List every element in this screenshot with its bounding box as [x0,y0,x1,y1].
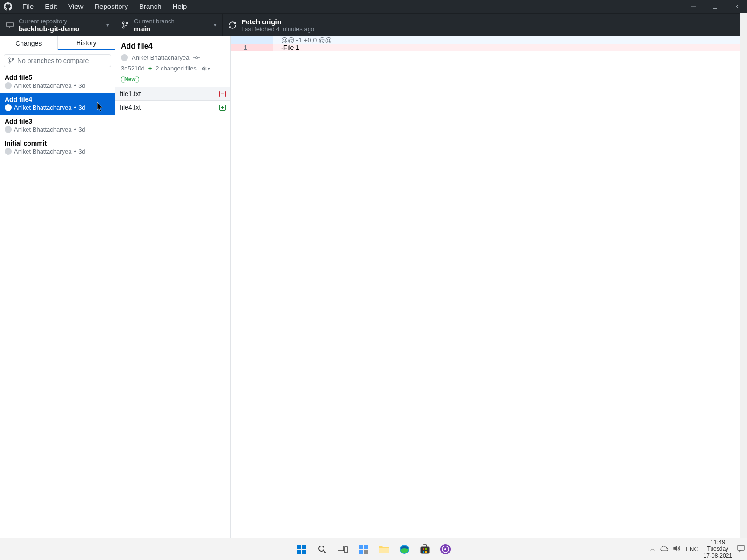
svg-rect-24 [359,545,363,549]
notifications-icon[interactable] [737,544,745,554]
commit-item-time: 3d [78,148,85,155]
commit-item-title: Add file3 [5,118,110,125]
store-icon[interactable] [418,542,432,556]
edge-browser-icon[interactable] [397,542,411,556]
commit-item-time: 3d [78,82,85,89]
file-added-icon: + [219,105,226,111]
commit-item-author: Aniket Bhattacharyea [14,126,72,133]
svg-rect-4 [7,22,13,27]
repo-label: Current repository [19,18,104,25]
gear-icon[interactable]: ▾ [200,65,210,72]
changed-files-count[interactable]: 2 changed files [155,65,196,72]
menu-file[interactable]: File [17,0,39,13]
fetch-status: Last fetched 4 minutes ago [241,26,314,33]
commit-item[interactable]: Add file4 Aniket Bhattacharyea•3d [0,93,115,115]
avatar [5,148,12,155]
branch-compare-input[interactable]: No branches to compare [4,54,111,67]
clock-time: 11:49 [704,539,732,546]
diff-line: 1-File 1 [231,44,747,51]
tray-chevron-icon[interactable]: ︿ [650,545,655,553]
commit-sha[interactable]: 3d5210d [121,65,145,72]
svg-point-37 [444,548,446,550]
commit-item[interactable]: Initial commit Aniket Bhattacharyea•3d [0,137,115,159]
svg-rect-16 [297,545,301,549]
tab-history[interactable]: History [58,36,115,50]
task-view-icon[interactable] [336,542,350,556]
svg-rect-22 [338,546,344,551]
clock-day: Tuesday [704,546,732,553]
svg-rect-28 [379,548,389,553]
widgets-icon[interactable] [356,542,370,556]
svg-rect-33 [423,551,424,553]
tab-changes[interactable]: Changes [0,36,58,50]
svg-rect-1 [713,5,717,8]
commit-author: Aniket Bhattacharyea [132,54,190,61]
clock-date: 17-08-2021 [704,553,732,560]
windows-taskbar: ︿ ENG 11:49 Tuesday 17-08-2021 [0,538,747,560]
desktop-icon [6,21,14,29]
svg-point-20 [319,546,324,551]
titlebar: File Edit View Repository Branch Help [0,0,747,13]
commit-title: Add file4 [121,42,225,50]
menu-edit[interactable]: Edit [39,0,63,13]
changed-file-row[interactable]: file1.txt − [115,87,230,101]
commit-detail-panel: Add file4 Aniket Bhattacharyea 3d5210d +… [115,36,231,538]
svg-rect-31 [423,548,424,550]
new-line-number [252,44,273,51]
minimize-button[interactable] [683,0,704,13]
svg-rect-34 [425,551,427,553]
system-tray: ︿ ENG 11:49 Tuesday 17-08-2021 [650,539,747,560]
scrollbar-track[interactable] [740,13,747,538]
svg-point-8 [122,27,124,28]
avatar [121,54,128,61]
fetch-origin-button[interactable]: Fetch origin Last fetched 4 minutes ago [223,14,333,36]
window-controls [683,0,747,13]
commit-item-time: 3d [78,126,85,133]
hunk-text: @@ -1 +0,0 @@ [273,36,747,44]
avatar [5,126,12,133]
app-menu: File Edit View Repository Branch Help [17,0,192,13]
commit-item-title: Add file5 [5,74,110,81]
svg-rect-26 [359,550,363,554]
commit-item-author: Aniket Bhattacharyea [14,82,72,89]
main-area: Changes History No branches to compare A… [0,36,747,538]
commit-item-title: Initial commit [5,140,110,147]
commit-sha-icon [193,56,200,60]
svg-point-10 [9,58,10,59]
changed-file-list: file1.txt −file4.txt + [115,87,230,538]
avatar [5,82,12,89]
language-indicator[interactable]: ENG [685,546,698,553]
sync-icon [228,21,237,29]
menu-branch[interactable]: Branch [134,0,167,13]
menu-repository[interactable]: Repository [89,0,134,13]
diff-hunk-header: @@ -1 +0,0 @@ [231,36,747,44]
clock[interactable]: 11:49 Tuesday 17-08-2021 [704,539,732,560]
search-icon[interactable] [315,542,329,556]
svg-point-12 [12,58,14,60]
diff-stat-icon: + [148,65,152,72]
menu-help[interactable]: Help [167,0,193,13]
svg-point-7 [122,22,124,24]
close-button[interactable] [726,0,747,13]
maximize-button[interactable] [704,0,726,13]
volume-icon[interactable] [673,545,681,553]
fetch-label: Fetch origin [241,18,314,26]
menu-view[interactable]: View [63,0,89,13]
commit-item[interactable]: Add file3 Aniket Bhattacharyea•3d [0,115,115,137]
onedrive-icon[interactable] [660,546,669,553]
current-branch-selector[interactable]: Current branch main ▾ [115,14,223,36]
file-explorer-icon[interactable] [377,542,391,556]
branch-compare-placeholder: No branches to compare [17,57,89,64]
git-branch-icon [8,57,14,64]
changed-file-row[interactable]: file4.txt + [115,101,230,114]
github-desktop-app-icon[interactable] [438,542,452,556]
svg-rect-23 [345,547,347,553]
svg-point-13 [195,56,197,58]
branch-name: main [134,25,211,33]
commit-item[interactable]: Add file5 Aniket Bhattacharyea•3d [0,71,115,93]
old-line-number: 1 [231,44,252,51]
toolbar: Current repository backhub-git-demo ▾ Cu… [0,13,747,36]
start-button[interactable] [295,542,309,556]
current-repository-selector[interactable]: Current repository backhub-git-demo ▾ [0,14,115,36]
commit-item-author: Aniket Bhattacharyea [14,104,72,111]
